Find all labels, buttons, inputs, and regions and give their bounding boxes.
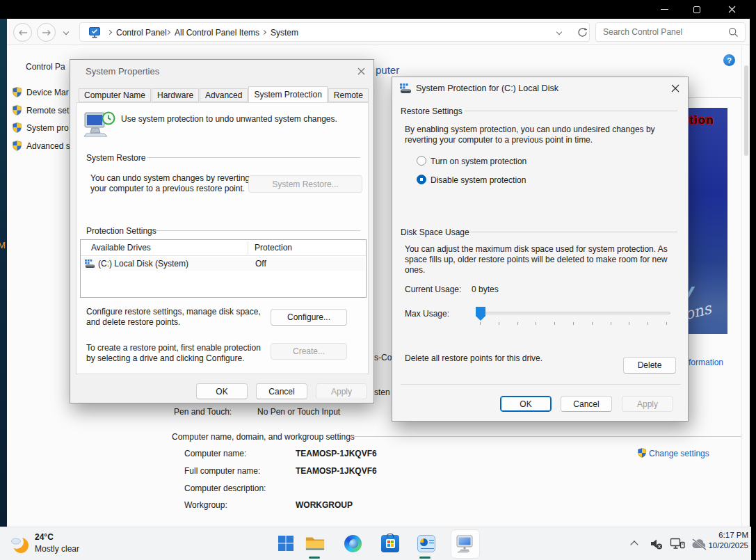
computer-name-label: Computer name: <box>184 449 246 458</box>
column-header-protection[interactable]: Protection <box>255 243 292 253</box>
max-usage-slider[interactable] <box>476 305 672 323</box>
breadcrumb-separator-icon <box>262 30 266 35</box>
minimize-icon <box>661 9 668 10</box>
help-button[interactable]: ? <box>723 54 735 66</box>
address-dropdown-icon[interactable] <box>556 29 562 35</box>
sidebar-item-advanced-settings[interactable]: Advanced s <box>26 141 70 151</box>
system-info-app-button[interactable] <box>416 531 437 555</box>
bg-text-fragment: sten <box>374 387 390 397</box>
taskbar: 24°C Mostly clear <box>0 527 751 560</box>
drive-icon <box>85 259 95 269</box>
tray-clock[interactable]: 6:17 PM 10/20/2025 <box>704 531 748 557</box>
configure-description: Configure restore settings, manage disk … <box>86 307 266 328</box>
scrollbar-thumb[interactable] <box>744 65 748 156</box>
cancel-button[interactable]: Cancel <box>256 383 307 399</box>
desktop-icon-label-fragment: M <box>0 240 6 250</box>
radio-disable-protection[interactable] <box>417 175 426 184</box>
close-button[interactable] <box>721 0 742 19</box>
start-button[interactable] <box>275 531 296 555</box>
tray-chevron-up-icon[interactable] <box>631 540 639 547</box>
tray-date: 10/20/2025 <box>704 541 748 550</box>
system-restore-description: You can undo system changes by reverting… <box>90 173 252 194</box>
footer-divider <box>401 384 681 385</box>
ok-button[interactable]: OK <box>500 396 552 412</box>
weather-condition: Mostly clear <box>35 544 79 554</box>
tab-advanced[interactable]: Advanced <box>200 88 248 102</box>
file-explorer-icon <box>305 535 325 552</box>
close-button[interactable] <box>352 63 370 79</box>
forward-icon <box>42 29 51 36</box>
tab-hardware[interactable]: Hardware <box>152 88 199 102</box>
table-row[interactable]: (C:) Local Disk (System) Off <box>81 257 365 271</box>
delete-button[interactable]: Delete <box>623 357 676 374</box>
search-icon <box>728 27 739 38</box>
forward-button[interactable] <box>37 23 56 42</box>
tab-computer-name[interactable]: Computer Name <box>79 88 151 102</box>
cancel-button[interactable]: Cancel <box>561 396 612 412</box>
radio-label-disable[interactable]: Disable system protection <box>431 175 526 185</box>
slider-thumb[interactable] <box>476 307 485 321</box>
group-line <box>465 111 677 111</box>
computer-group-title: Computer name, domain, and workgroup set… <box>172 432 355 442</box>
group-title-system-restore: System Restore <box>86 153 145 163</box>
disk-space-description: You can adjust the maximum disk space us… <box>405 244 677 275</box>
drives-listview[interactable]: Available Drives Protection (C:) Local D… <box>80 239 367 298</box>
desktop-left-strip <box>0 19 7 527</box>
store-button[interactable] <box>380 531 401 555</box>
taskbar-indicator <box>309 557 320 559</box>
tray-time: 6:17 PM <box>704 531 748 539</box>
configure-button[interactable]: Configure... <box>271 309 347 326</box>
column-header-drives[interactable]: Available Drives <box>91 243 151 253</box>
refresh-button[interactable] <box>577 27 588 38</box>
close-button[interactable] <box>666 81 684 96</box>
button-label: Delete <box>638 360 662 370</box>
sidebar-home-link[interactable]: Control Pa <box>26 62 65 72</box>
maximize-button[interactable] <box>686 0 707 19</box>
apply-button[interactable]: Apply <box>622 396 673 412</box>
sidebar-item-system-protection[interactable]: System pro <box>26 123 69 133</box>
weather-widget[interactable]: 24°C Mostly clear <box>6 529 117 559</box>
back-icon <box>18 29 28 36</box>
max-usage-label: Max Usage: <box>405 309 449 319</box>
apply-button[interactable]: Apply <box>316 383 367 399</box>
back-button[interactable] <box>13 23 32 42</box>
search-input[interactable] <box>603 25 721 39</box>
tab-system-protection[interactable]: System Protection <box>248 86 327 102</box>
tray-volume-muted-icon[interactable] <box>649 536 663 553</box>
tray-network-icon[interactable] <box>670 536 685 553</box>
system-protection-icon <box>83 111 115 138</box>
tab-remote[interactable]: Remote <box>328 88 369 102</box>
close-icon <box>671 84 679 93</box>
sidebar-item-device-manager[interactable]: Device Mar <box>26 88 69 97</box>
protection-status-cell: Off <box>255 259 266 269</box>
dialog-title: System Properties <box>86 66 159 77</box>
page-scrollbar[interactable] <box>741 46 750 527</box>
breadcrumb-item-control-panel[interactable]: Control Panel <box>116 28 167 38</box>
breadcrumb-item-system[interactable]: System <box>271 28 298 38</box>
change-settings-link[interactable]: Change settings <box>649 449 709 458</box>
group-line <box>154 230 360 231</box>
radio-label-turn-on[interactable]: Turn on system protection <box>431 157 526 166</box>
breadcrumb-item-all-items[interactable]: All Control Panel Items <box>175 28 259 38</box>
system-restore-button[interactable]: System Restore... <box>248 175 362 193</box>
system-properties-app-icon <box>455 534 476 554</box>
tab-page: Use system protection to undo unwanted s… <box>76 102 369 374</box>
create-button[interactable]: Create... <box>271 343 347 360</box>
radio-turn-on-protection[interactable] <box>417 156 426 166</box>
minimize-button[interactable] <box>654 0 675 19</box>
active-app-highlight[interactable] <box>451 529 480 559</box>
breadcrumb-separator-icon <box>107 30 112 35</box>
sidebar-item-remote-settings[interactable]: Remote set <box>26 106 69 115</box>
listview-header: Available Drives Protection <box>81 240 366 256</box>
edge-button[interactable] <box>342 531 363 555</box>
ok-button[interactable]: OK <box>196 383 248 399</box>
file-explorer-button[interactable] <box>305 531 325 555</box>
address-bar[interactable]: Control Panel All Control Panel Items Sy… <box>79 22 590 42</box>
button-label: Configure... <box>287 312 330 322</box>
screen: { "colors": {"accent":"#0067c0","link":"… <box>0 0 756 560</box>
weather-temp: 24°C <box>35 532 54 542</box>
bg-link-fragment[interactable]: formation <box>689 358 723 367</box>
taskbar-indicator <box>419 557 431 559</box>
tab-strip: Computer Name Hardware Advanced System P… <box>79 86 369 102</box>
slider-track[interactable] <box>476 312 670 314</box>
